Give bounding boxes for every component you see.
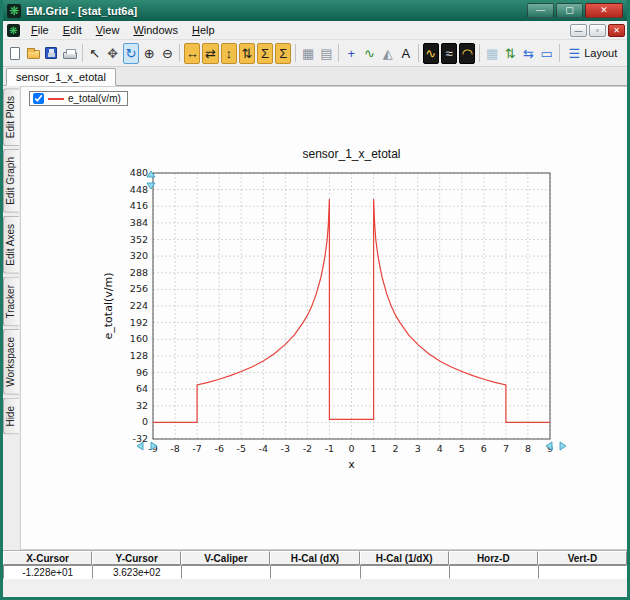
document-tab-bar: sensor_1_x_etotal xyxy=(3,67,627,86)
open-file-button[interactable] xyxy=(25,43,41,64)
tab-sensor-1-x-etotal[interactable]: sensor_1_x_etotal xyxy=(6,68,116,86)
cursor-status-table: X-CursorY-CursorV-CaliperH-Cal (dX)H-Cal… xyxy=(3,550,627,579)
axes-toggle-button[interactable]: ▤ xyxy=(318,43,334,64)
zoom-in-button[interactable]: ⊕ xyxy=(141,43,157,64)
caliper-table-icon: ▦ xyxy=(486,47,498,60)
svg-text:0: 0 xyxy=(142,416,148,427)
side-tab-hide[interactable]: Hide xyxy=(3,398,19,435)
slope-marker-icon: ◭ xyxy=(383,47,393,60)
mdi-minimize-button[interactable]: — xyxy=(570,24,587,37)
svg-text:0: 0 xyxy=(348,443,354,454)
pan-hand-button[interactable]: ✥ xyxy=(105,43,121,64)
zoom-window-icon: ▭ xyxy=(541,47,553,60)
layout-label: Layout xyxy=(584,47,617,59)
side-tab-workspace[interactable]: Workspace xyxy=(3,329,19,395)
vertical-caliper-button[interactable]: ⇅ xyxy=(502,43,518,64)
status-value-cell xyxy=(270,565,359,579)
status-value-cell xyxy=(449,565,538,579)
add-marker-button[interactable]: + xyxy=(343,43,359,64)
svg-text:480: 480 xyxy=(130,167,148,178)
app-logo-icon: ❋ xyxy=(7,4,21,18)
status-header-cell: Horz-D xyxy=(449,551,538,565)
side-tab-edit-graph[interactable]: Edit Graph xyxy=(3,149,19,213)
legend-checkbox[interactable] xyxy=(33,93,44,104)
svg-text:6: 6 xyxy=(481,443,487,454)
add-curve-button[interactable]: ∿ xyxy=(361,43,377,64)
menubar: ❋ File Edit View Windows Help — ▫ ✕ xyxy=(3,21,627,40)
zoom-extents-button[interactable]: ↻ xyxy=(123,43,139,64)
menu-edit[interactable]: Edit xyxy=(56,22,89,38)
maximize-button[interactable]: ▢ xyxy=(556,3,583,18)
side-tab-tracker[interactable]: Tracker xyxy=(3,277,19,327)
menu-view[interactable]: View xyxy=(89,22,127,38)
compress-y-button[interactable]: ⇅ xyxy=(239,43,255,64)
select-cursor-icon: ↖ xyxy=(89,47,100,60)
status-header-cell: H-Cal (1/dX) xyxy=(360,551,449,565)
menu-file[interactable]: File xyxy=(24,22,56,38)
menu-help[interactable]: Help xyxy=(185,22,222,38)
autoscale-x-button[interactable]: Σ xyxy=(257,43,273,64)
horizontal-caliper-icon: ⇆ xyxy=(523,47,534,60)
app-window: ❋ EM.Grid - [stat_tut6a] — ▢ ✕ ❋ File Ed… xyxy=(0,0,630,600)
new-file-button[interactable] xyxy=(7,43,23,64)
waveform-view-button[interactable]: ∿ xyxy=(423,43,439,64)
zoom-window-button[interactable]: ▭ xyxy=(539,43,555,64)
caliper-table-button[interactable]: ▦ xyxy=(484,43,500,64)
menu-windows[interactable]: Windows xyxy=(126,22,185,38)
save-button[interactable] xyxy=(43,43,59,64)
mdi-restore-button[interactable]: ▫ xyxy=(589,24,606,37)
expand-x-button[interactable]: ↔ xyxy=(184,43,200,64)
side-tab-edit-axes[interactable]: Edit Axes xyxy=(3,216,19,274)
mdi-close-button[interactable]: ✕ xyxy=(608,24,625,37)
new-file-icon xyxy=(10,47,20,60)
status-bar xyxy=(3,579,627,597)
y-axis-label: e_total(v/m) xyxy=(102,273,115,340)
toolbar-separator xyxy=(295,44,296,62)
zoom-out-icon: ⊖ xyxy=(162,47,173,60)
zoom-out-button[interactable]: ⊖ xyxy=(159,43,175,64)
horizontal-caliper-button[interactable]: ⇆ xyxy=(520,43,536,64)
status-header-cell: Y-Cursor xyxy=(92,551,181,565)
close-button[interactable]: ✕ xyxy=(585,3,623,18)
spectrum-view-button[interactable]: ◠ xyxy=(459,43,475,64)
print-button[interactable] xyxy=(62,43,78,64)
gridlines xyxy=(153,173,550,439)
svg-text:2: 2 xyxy=(393,443,399,454)
x-axis-label: x xyxy=(348,458,355,471)
grid-toggle-button[interactable]: ▦ xyxy=(300,43,316,64)
autoscale-y-button[interactable]: Σ xyxy=(275,43,291,64)
svg-text:192: 192 xyxy=(130,317,148,328)
expand-y-icon: ↕ xyxy=(225,47,232,60)
envelope-view-icon: ≈ xyxy=(445,47,452,60)
plot-workspace: e_total(v/m) sensor_1_x_etotal -9-8-7-6-… xyxy=(20,86,627,550)
status-value-cell xyxy=(360,565,449,579)
minimize-button[interactable]: — xyxy=(527,3,554,18)
svg-text:-6: -6 xyxy=(214,443,223,454)
y-axis-pan-handle[interactable] xyxy=(147,171,155,189)
svg-text:64: 64 xyxy=(136,383,148,394)
x-tick-labels: -9-8-7-6-5-4-3-2-10123456789 xyxy=(148,443,553,454)
add-curve-icon: ∿ xyxy=(364,47,375,60)
status-value-cell: -1.228e+01 xyxy=(3,565,92,579)
layout-button[interactable]: ☰Layout xyxy=(563,43,624,64)
status-value-cell xyxy=(181,565,270,579)
autoscale-y-icon: Σ xyxy=(279,47,287,60)
toolbar-separator xyxy=(82,44,83,62)
waveform-view-icon: ∿ xyxy=(425,47,436,60)
select-cursor-button[interactable]: ↖ xyxy=(87,43,103,64)
side-tab-edit-plots[interactable]: Edit Plots xyxy=(3,88,19,146)
compress-x-button[interactable]: ⇄ xyxy=(202,43,218,64)
svg-text:-5: -5 xyxy=(236,443,245,454)
status-header-cell: X-Cursor xyxy=(3,551,92,565)
slope-marker-button[interactable]: ◭ xyxy=(380,43,396,64)
envelope-view-button[interactable]: ≈ xyxy=(441,43,457,64)
svg-text:3: 3 xyxy=(415,443,421,454)
svg-text:32: 32 xyxy=(136,400,148,411)
document-icon[interactable]: ❋ xyxy=(7,24,20,37)
axes-toggle-icon: ▤ xyxy=(320,47,332,60)
status-value-cell: 3.623e+02 xyxy=(92,565,181,579)
print-icon xyxy=(63,52,77,59)
expand-y-button[interactable]: ↕ xyxy=(221,43,237,64)
plot-svg[interactable]: -9-8-7-6-5-4-3-2-10123456789-32032649612… xyxy=(98,161,578,479)
add-text-button[interactable]: A xyxy=(398,43,414,64)
